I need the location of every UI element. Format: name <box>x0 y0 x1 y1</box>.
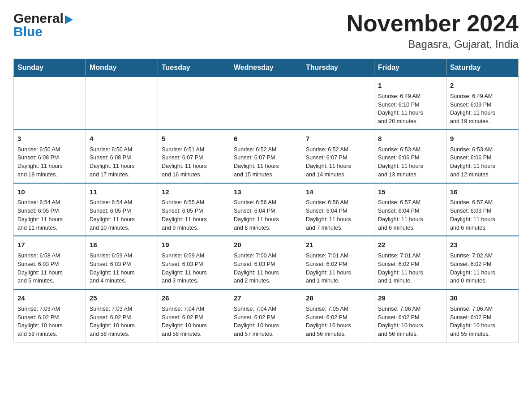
day-info: Sunrise: 6:59 AM Sunset: 6:03 PM Dayligh… <box>162 252 226 285</box>
day-info: Sunrise: 7:01 AM Sunset: 6:02 PM Dayligh… <box>306 252 370 285</box>
day-info: Sunrise: 6:56 AM Sunset: 6:04 PM Dayligh… <box>234 198 298 232</box>
day-number: 10 <box>17 187 82 197</box>
col-wednesday: Wednesday <box>230 59 302 77</box>
calendar-day-cell: 27Sunrise: 7:04 AM Sunset: 6:02 PM Dayli… <box>230 289 302 342</box>
calendar-table: Sunday Monday Tuesday Wednesday Thursday… <box>13 59 519 342</box>
day-info: Sunrise: 6:53 AM Sunset: 6:06 PM Dayligh… <box>450 146 515 179</box>
location-subtitle: Bagasra, Gujarat, India <box>347 38 519 51</box>
day-number: 24 <box>17 293 82 303</box>
calendar-day-cell: 1Sunrise: 6:49 AM Sunset: 6:10 PM Daylig… <box>374 77 446 130</box>
calendar-day-cell: 28Sunrise: 7:05 AM Sunset: 6:02 PM Dayli… <box>302 289 374 342</box>
calendar-day-cell: 8Sunrise: 6:53 AM Sunset: 6:06 PM Daylig… <box>374 130 446 183</box>
calendar-day-cell: 16Sunrise: 6:57 AM Sunset: 6:03 PM Dayli… <box>446 183 519 236</box>
day-info: Sunrise: 6:54 AM Sunset: 6:05 PM Dayligh… <box>90 198 154 232</box>
day-number: 23 <box>450 240 515 250</box>
calendar-day-cell: 23Sunrise: 7:02 AM Sunset: 6:02 PM Dayli… <box>446 236 519 289</box>
day-number: 2 <box>450 81 515 90</box>
calendar-week-row: 3Sunrise: 6:50 AM Sunset: 6:08 PM Daylig… <box>14 130 519 183</box>
calendar-day-cell: 10Sunrise: 6:54 AM Sunset: 6:05 PM Dayli… <box>14 183 86 236</box>
calendar-day-cell: 6Sunrise: 6:52 AM Sunset: 6:07 PM Daylig… <box>230 130 302 183</box>
day-info: Sunrise: 7:06 AM Sunset: 6:02 PM Dayligh… <box>450 305 515 338</box>
calendar-day-cell: 5Sunrise: 6:51 AM Sunset: 6:07 PM Daylig… <box>158 130 230 183</box>
day-number: 27 <box>234 293 298 303</box>
day-number: 5 <box>162 134 226 144</box>
day-number: 16 <box>450 187 515 197</box>
calendar-day-cell: 11Sunrise: 6:54 AM Sunset: 6:05 PM Dayli… <box>86 183 158 236</box>
calendar-day-cell: 17Sunrise: 6:58 AM Sunset: 6:03 PM Dayli… <box>14 236 86 289</box>
day-number: 26 <box>162 293 226 303</box>
day-number: 1 <box>378 81 442 90</box>
day-info: Sunrise: 7:03 AM Sunset: 6:02 PM Dayligh… <box>17 305 82 338</box>
day-info: Sunrise: 7:04 AM Sunset: 6:02 PM Dayligh… <box>234 305 298 338</box>
title-area: November 2024 Bagasra, Gujarat, India <box>347 11 519 51</box>
col-tuesday: Tuesday <box>158 59 230 77</box>
calendar-day-cell: 22Sunrise: 7:01 AM Sunset: 6:02 PM Dayli… <box>374 236 446 289</box>
calendar-day-cell: 9Sunrise: 6:53 AM Sunset: 6:06 PM Daylig… <box>446 130 519 183</box>
day-number: 30 <box>450 293 515 303</box>
calendar-day-cell <box>302 77 374 130</box>
day-info: Sunrise: 7:04 AM Sunset: 6:02 PM Dayligh… <box>162 305 226 338</box>
calendar-day-cell <box>230 77 302 130</box>
day-info: Sunrise: 7:06 AM Sunset: 6:02 PM Dayligh… <box>378 305 442 338</box>
day-number: 18 <box>90 240 154 250</box>
day-number: 4 <box>90 134 154 144</box>
col-saturday: Saturday <box>446 59 519 77</box>
calendar-title: November 2024 <box>347 11 519 36</box>
day-info: Sunrise: 7:05 AM Sunset: 6:02 PM Dayligh… <box>306 305 370 338</box>
day-info: Sunrise: 6:52 AM Sunset: 6:07 PM Dayligh… <box>306 146 370 179</box>
day-info: Sunrise: 6:56 AM Sunset: 6:04 PM Dayligh… <box>306 198 370 232</box>
day-info: Sunrise: 6:51 AM Sunset: 6:07 PM Dayligh… <box>162 146 226 179</box>
calendar-day-cell <box>86 77 158 130</box>
logo-blue-text: Blue <box>13 24 73 39</box>
calendar-day-cell: 14Sunrise: 6:56 AM Sunset: 6:04 PM Dayli… <box>302 183 374 236</box>
day-info: Sunrise: 6:49 AM Sunset: 6:09 PM Dayligh… <box>450 92 515 126</box>
day-info: Sunrise: 7:01 AM Sunset: 6:02 PM Dayligh… <box>378 252 442 285</box>
day-number: 11 <box>90 187 154 197</box>
calendar-week-row: 24Sunrise: 7:03 AM Sunset: 6:02 PM Dayli… <box>14 289 519 342</box>
day-number: 6 <box>234 134 298 144</box>
calendar-day-cell: 21Sunrise: 7:01 AM Sunset: 6:02 PM Dayli… <box>302 236 374 289</box>
day-number: 14 <box>306 187 370 197</box>
calendar-day-cell: 20Sunrise: 7:00 AM Sunset: 6:03 PM Dayli… <box>230 236 302 289</box>
day-number: 17 <box>17 240 82 250</box>
calendar-day-cell: 25Sunrise: 7:03 AM Sunset: 6:02 PM Dayli… <box>86 289 158 342</box>
logo-arrow-icon <box>65 15 73 24</box>
calendar-day-cell: 18Sunrise: 6:59 AM Sunset: 6:03 PM Dayli… <box>86 236 158 289</box>
day-info: Sunrise: 6:59 AM Sunset: 6:03 PM Dayligh… <box>90 252 154 285</box>
day-number: 19 <box>162 240 226 250</box>
calendar-day-cell <box>14 77 86 130</box>
day-info: Sunrise: 6:58 AM Sunset: 6:03 PM Dayligh… <box>17 252 82 285</box>
col-thursday: Thursday <box>302 59 374 77</box>
calendar-day-cell: 26Sunrise: 7:04 AM Sunset: 6:02 PM Dayli… <box>158 289 230 342</box>
day-number: 21 <box>306 240 370 250</box>
col-friday: Friday <box>374 59 446 77</box>
day-info: Sunrise: 6:55 AM Sunset: 6:05 PM Dayligh… <box>162 198 226 232</box>
day-info: Sunrise: 6:54 AM Sunset: 6:05 PM Dayligh… <box>17 198 82 232</box>
day-number: 8 <box>378 134 442 144</box>
calendar-day-cell <box>158 77 230 130</box>
col-monday: Monday <box>86 59 158 77</box>
calendar-header-row: Sunday Monday Tuesday Wednesday Thursday… <box>14 59 519 77</box>
day-info: Sunrise: 6:52 AM Sunset: 6:07 PM Dayligh… <box>234 146 298 179</box>
calendar-day-cell: 4Sunrise: 6:50 AM Sunset: 6:08 PM Daylig… <box>86 130 158 183</box>
calendar-day-cell: 15Sunrise: 6:57 AM Sunset: 6:04 PM Dayli… <box>374 183 446 236</box>
calendar-week-row: 1Sunrise: 6:49 AM Sunset: 6:10 PM Daylig… <box>14 77 519 130</box>
day-info: Sunrise: 6:50 AM Sunset: 6:08 PM Dayligh… <box>90 146 154 179</box>
calendar-day-cell: 12Sunrise: 6:55 AM Sunset: 6:05 PM Dayli… <box>158 183 230 236</box>
col-sunday: Sunday <box>14 59 86 77</box>
calendar-week-row: 17Sunrise: 6:58 AM Sunset: 6:03 PM Dayli… <box>14 236 519 289</box>
calendar-day-cell: 29Sunrise: 7:06 AM Sunset: 6:02 PM Dayli… <box>374 289 446 342</box>
calendar-day-cell: 24Sunrise: 7:03 AM Sunset: 6:02 PM Dayli… <box>14 289 86 342</box>
day-number: 25 <box>90 293 154 303</box>
calendar-day-cell: 13Sunrise: 6:56 AM Sunset: 6:04 PM Dayli… <box>230 183 302 236</box>
day-info: Sunrise: 6:53 AM Sunset: 6:06 PM Dayligh… <box>378 146 442 179</box>
day-number: 12 <box>162 187 226 197</box>
day-info: Sunrise: 7:02 AM Sunset: 6:02 PM Dayligh… <box>450 252 515 285</box>
day-info: Sunrise: 7:03 AM Sunset: 6:02 PM Dayligh… <box>90 305 154 338</box>
calendar-day-cell: 7Sunrise: 6:52 AM Sunset: 6:07 PM Daylig… <box>302 130 374 183</box>
day-number: 29 <box>378 293 442 303</box>
day-info: Sunrise: 6:49 AM Sunset: 6:10 PM Dayligh… <box>378 92 442 126</box>
day-number: 3 <box>17 134 82 144</box>
day-info: Sunrise: 6:57 AM Sunset: 6:03 PM Dayligh… <box>450 198 515 232</box>
page-header: General Blue November 2024 Bagasra, Guja… <box>13 11 519 51</box>
